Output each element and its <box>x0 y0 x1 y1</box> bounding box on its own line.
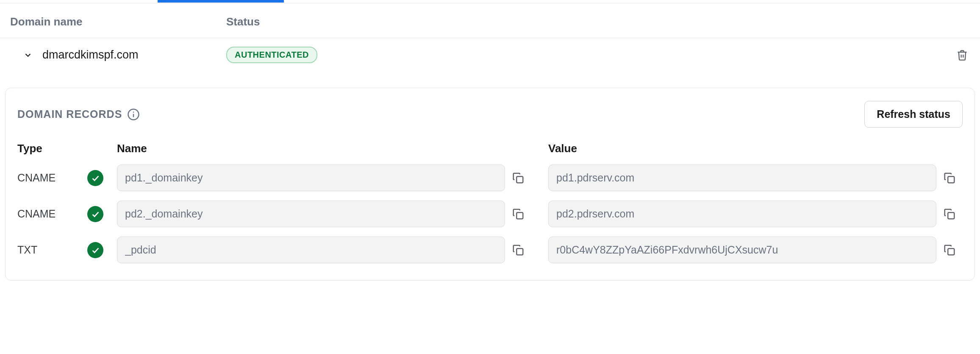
copy-value-button[interactable] <box>936 242 963 258</box>
copy-name-button[interactable] <box>505 206 531 222</box>
record-type: CNAME <box>17 208 87 220</box>
svg-rect-3 <box>516 176 523 183</box>
record-name-input[interactable] <box>117 201 505 227</box>
svg-rect-5 <box>516 212 523 219</box>
record-value-input[interactable] <box>548 164 936 191</box>
record-value-input[interactable] <box>548 201 936 227</box>
copy-name-button[interactable] <box>505 170 531 186</box>
header-status: Status <box>226 15 970 28</box>
domain-records-card: DOMAIN RECORDS Refresh status Type Name … <box>5 88 975 281</box>
check-icon <box>87 170 103 186</box>
domain-row: dmarcdkimspf.com AUTHENTICATED <box>0 38 980 72</box>
active-tab-indicator <box>158 0 284 3</box>
header-domain-name: Domain name <box>10 15 226 28</box>
copy-value-button[interactable] <box>936 206 963 222</box>
copy-value-button[interactable] <box>936 170 963 186</box>
copy-name-button[interactable] <box>505 242 531 258</box>
svg-point-2 <box>133 111 134 113</box>
svg-rect-7 <box>516 248 523 255</box>
svg-rect-4 <box>948 176 954 183</box>
domain-name: dmarcdkimspf.com <box>42 48 139 61</box>
record-type: CNAME <box>17 172 87 184</box>
svg-rect-6 <box>948 212 954 219</box>
status-badge: AUTHENTICATED <box>226 47 317 63</box>
col-header-value: Value <box>548 142 936 155</box>
tab-strip <box>0 0 980 3</box>
col-header-type: Type <box>17 142 87 155</box>
info-icon[interactable] <box>127 108 140 121</box>
record-name-input[interactable] <box>117 237 505 263</box>
domain-table-header: Domain name Status <box>0 3 980 38</box>
record-value-input[interactable] <box>548 237 936 263</box>
check-icon <box>87 242 103 258</box>
svg-rect-8 <box>948 248 954 255</box>
record-type: TXT <box>17 244 87 256</box>
record-name-input[interactable] <box>117 164 505 191</box>
delete-domain-button[interactable] <box>955 47 970 63</box>
refresh-status-button[interactable]: Refresh status <box>864 101 963 128</box>
check-icon <box>87 206 103 222</box>
col-header-name: Name <box>117 142 505 155</box>
domain-records-title: DOMAIN RECORDS <box>17 108 122 120</box>
records-grid: Type Name Value CNAME CNAME TXT <box>17 142 963 263</box>
expand-toggle[interactable] <box>19 50 36 60</box>
